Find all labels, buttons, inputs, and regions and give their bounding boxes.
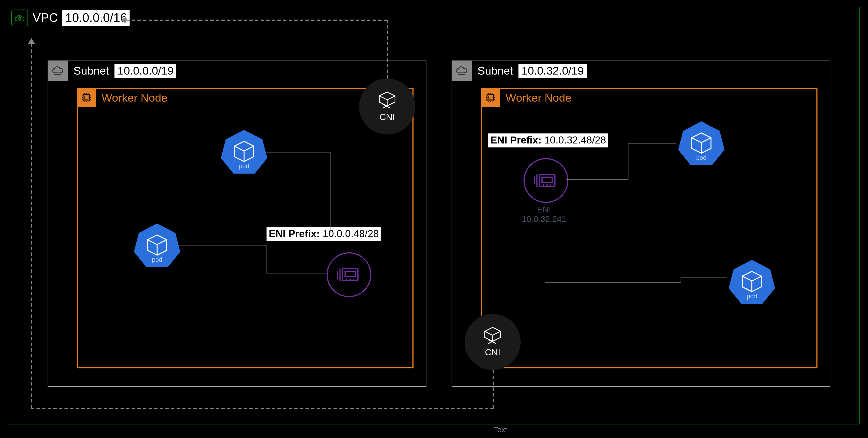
svg-rect-4 — [85, 96, 88, 99]
arrow-up-icon — [28, 38, 35, 44]
cni-label: CNI — [485, 347, 500, 358]
subnet-left-header: Subnet 10.0.0.0/19 — [48, 61, 177, 81]
eni-right — [524, 158, 568, 203]
eni-dim-label: ENI 10.0.32.241 — [522, 205, 566, 224]
cni-top: CNI — [359, 78, 415, 135]
vpc-header: VPC 10.0.0.0/16 — [7, 7, 134, 29]
cloud-lock-icon — [11, 9, 28, 27]
vpc-label: VPC — [33, 11, 58, 25]
subnet-left-label: Subnet — [73, 64, 109, 77]
connector — [545, 282, 681, 282]
connector — [267, 274, 327, 274]
worker-right: Worker Node — [481, 88, 818, 368]
connector — [566, 179, 628, 180]
connector — [681, 277, 681, 282]
chip-icon — [481, 88, 500, 107]
eni-prefix-left-value: 10.0.0.48/28 — [322, 228, 379, 239]
connector — [545, 201, 546, 282]
pod-label: pod — [219, 163, 269, 169]
pod-right-bottom: pod — [726, 258, 777, 300]
worker-right-header: Worker Node — [481, 88, 571, 107]
connector — [681, 277, 726, 278]
eni-prefix-left-label: ENI Prefix: — [269, 228, 320, 239]
eni-prefix-right-value: 10.0.32.48/28 — [544, 135, 606, 146]
pod-right-top: pod — [676, 120, 726, 161]
cloud-network-icon — [452, 61, 472, 81]
cni-label: CNI — [379, 112, 395, 122]
svg-rect-3 — [83, 94, 90, 101]
cloud-network-icon — [48, 61, 68, 81]
connector — [330, 152, 331, 233]
chip-icon — [77, 88, 96, 107]
dashed-connector — [493, 370, 494, 408]
svg-rect-8 — [489, 96, 492, 99]
pod-label: pod — [132, 256, 182, 263]
eni-ip: 10.0.32.241 — [522, 214, 566, 224]
dashed-connector — [31, 44, 32, 408]
worker-left-header: Worker Node — [77, 88, 167, 107]
pod-left-bottom: pod — [132, 222, 182, 263]
connector — [267, 246, 267, 274]
connector — [180, 246, 267, 246]
subnet-right-label: Subnet — [477, 64, 513, 77]
svg-rect-14 — [345, 271, 355, 276]
svg-rect-16 — [542, 177, 552, 182]
pod-left-top: pod — [219, 128, 269, 169]
subnet-right-header: Subnet 10.0.32.0/19 — [452, 61, 587, 81]
connector — [267, 152, 330, 153]
connector — [628, 143, 676, 144]
eni-name: ENI — [537, 205, 551, 214]
worker-right-label: Worker Node — [506, 91, 571, 104]
arrow-left-icon — [121, 17, 126, 24]
subnet-left-cidr: 10.0.0.0/19 — [115, 64, 177, 78]
pod-label: pod — [726, 293, 777, 300]
eni-prefix-left: ENI Prefix: 10.0.0.48/28 — [267, 227, 381, 241]
eni-prefix-right-label: ENI Prefix: — [491, 135, 541, 146]
svg-rect-0 — [19, 18, 21, 20]
dashed-connector — [387, 20, 388, 78]
svg-rect-7 — [487, 94, 494, 101]
dashed-connector — [126, 20, 387, 21]
diagram-canvas: VPC 10.0.0.0/16 Subnet 10.0.0.0/19 Worke… — [0, 0, 868, 438]
worker-left-label: Worker Node — [102, 91, 167, 104]
footer-text: Text — [494, 426, 507, 434]
dashed-connector — [31, 408, 494, 409]
eni-prefix-right: ENI Prefix: 10.0.32.48/28 — [488, 133, 608, 147]
cni-bottom: CNI — [465, 314, 521, 370]
vpc-cidr: 10.0.0.0/16 — [62, 10, 130, 26]
connector — [628, 143, 628, 179]
subnet-right-cidr: 10.0.32.0/19 — [519, 64, 587, 78]
eni-left — [327, 252, 372, 297]
pod-label: pod — [676, 154, 726, 161]
